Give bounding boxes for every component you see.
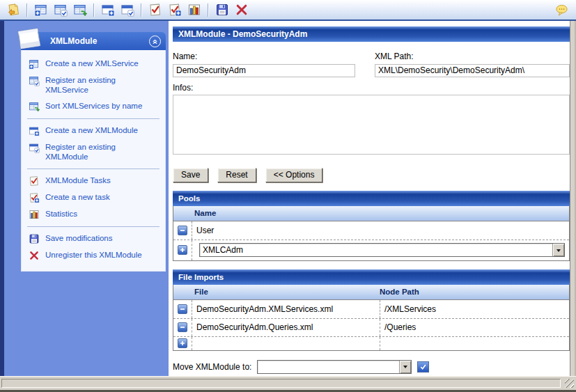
sidebar-item-label: Unregister this XMLModule [45,250,142,260]
sidebar-item-sort-xmlservices[interactable]: Sort XMLServices by name [22,98,165,115]
save-button[interactable]: Save [173,168,208,182]
node-path-cell: /XMLServices [380,300,569,318]
toolbar-clipboard-button[interactable] [4,1,22,18]
file-imports-table: File Node Path DemoSecurityAdm.XMLServic… [173,285,570,351]
toolbar-create-xmlservice-button[interactable] [32,1,50,18]
application-window: XMLModule Create a new XMLService Regist… [0,0,576,392]
window-check-icon [120,3,134,17]
xml-path-label: XML Path: [375,52,570,61]
remove-file-import-button[interactable] [178,322,187,332]
pool-select[interactable]: XMLCAdm [199,243,565,257]
sidebar-item-xmlmodule-tasks[interactable]: XMLModule Tasks [22,173,165,189]
toolbar-create-xmlmodule-button[interactable] [99,1,117,18]
toolbar-unregister-button[interactable] [233,1,251,18]
toolbar-separator [93,3,95,17]
toolbar-sort-xmlservices-button[interactable] [71,1,89,18]
sidebar-item-label: Register an existing XMLModule [45,142,151,162]
menu-separator [27,118,159,119]
sidebar-item-label: Sort XMLServices by name [45,101,142,111]
options-button[interactable]: << Options [265,168,323,182]
sidebar-item-statistics[interactable]: Statistics [22,206,165,223]
menu-separator [27,226,159,227]
toolbar-create-task-button[interactable] [166,1,184,18]
clipboard-arrow-icon [6,3,20,17]
table-sort-icon [73,3,87,17]
sidebar-item-save-modifications[interactable]: Save modifications [22,230,165,247]
infos-textarea[interactable] [173,95,570,155]
file-column-header: File [173,288,380,296]
sidebar-item-register-xmlmodule[interactable]: Register an existing XMLModule [22,139,165,165]
node-path-cell [380,337,569,350]
node-path-column-header: Node Path [380,288,569,296]
toolbar-tasks-button[interactable] [146,1,164,18]
sidebar-edge-strip [0,21,4,376]
collapse-panel-button[interactable] [149,36,161,47]
toolbar-register-xmlmodule-button[interactable] [118,1,137,18]
pools-add-row: XMLCAdm [173,240,569,260]
pools-column-headers: Name [173,206,569,221]
main-content: XMLModule - DemoSecurityAdm Name: XML Pa… [169,21,576,376]
toolbar-statistics-button[interactable] [185,1,203,18]
vertical-scrollbar[interactable] [570,21,576,376]
dropdown-button[interactable] [399,361,411,373]
reset-button[interactable]: Reset [217,168,256,182]
help-bubble-button[interactable] [552,1,570,18]
file-imports-row: DemoSecurityAdm.Queries.xml /Queries [173,318,569,336]
toolbar-register-xmlservice-button[interactable] [52,1,70,18]
remove-pool-button[interactable] [178,226,187,235]
task-add-icon [168,3,182,17]
content-inner: XMLModule - DemoSecurityAdm Name: XML Pa… [169,21,570,376]
toolbar-save-button[interactable] [213,1,231,18]
row-action-cell [173,221,192,240]
minus-icon [180,228,185,233]
move-target-select[interactable] [257,360,412,374]
window-check-icon [29,142,40,153]
move-target-select-value [258,361,399,373]
dropdown-button[interactable] [552,244,564,256]
node-path-cell: /Queries [380,319,569,336]
unregister-icon [29,250,40,261]
menu-separator [27,168,159,169]
chevron-up-icon [151,38,159,45]
name-input[interactable] [173,64,355,77]
tasks-icon [148,3,162,17]
pools-section: Pools Name User [173,191,570,261]
pool-name-cell: User [192,221,569,240]
sidebar-item-register-xmlservice[interactable]: Register an existing XMLService [22,72,165,98]
document-icon [15,26,44,52]
sidebar-item-label: Save modifications [45,233,113,243]
statistics-icon [29,209,40,220]
file-cell: DemoSecurityAdm.Queries.xml [192,319,380,336]
toolbar-separator [26,3,28,17]
infos-label: Infos: [173,83,570,93]
file-imports-section-header: File Imports [173,269,570,285]
sidebar-item-create-xmlmodule[interactable]: Create a new XMLModule [22,123,165,139]
pools-section-header: Pools [173,191,570,206]
add-file-import-button[interactable] [178,338,187,348]
xml-path-input[interactable] [375,64,570,77]
save-icon [29,233,40,244]
check-icon [419,363,427,370]
apply-move-button[interactable] [417,361,429,373]
tasks-icon [29,175,40,187]
table-check-icon [29,75,40,86]
add-pool-button[interactable] [178,245,187,255]
sidebar-item-create-task[interactable]: Create a new task [22,189,165,206]
sidebar-item-label: XMLModule Tasks [45,175,111,185]
sidebar-item-unregister-xmlmodule[interactable]: Unregister this XMLModule [22,247,165,264]
status-message-area [1,379,561,388]
page-title: XMLModule - DemoSecurityAdm [173,26,570,42]
move-xmlmodule-row: Move XMLModule to: [173,360,570,374]
pools-name-column-header: Name [173,209,216,217]
row-action-cell [173,240,192,260]
sidebar-item-create-xmlservice[interactable]: Create a new XMLService [22,56,165,72]
window-add-icon [29,125,40,136]
sidebar: XMLModule Create a new XMLService Regist… [0,21,169,376]
sidebar-item-label: Create a new XMLService [45,58,139,68]
table-add-icon [34,3,48,17]
xml-path-field-group: XML Path: [375,52,570,77]
remove-file-import-button[interactable] [178,304,187,314]
resize-grip[interactable] [565,379,574,388]
task-add-icon [29,192,40,203]
file-cell: DemoSecurityAdm.XMLServices.xml [192,300,380,318]
